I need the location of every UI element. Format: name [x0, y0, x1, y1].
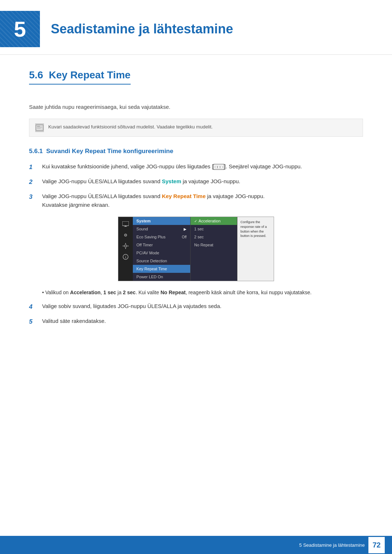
- note-text: Kuvari saadaolevad funktsioonid sõltuvad…: [48, 123, 213, 131]
- help-panel: Configure the response rate of a button …: [237, 217, 274, 281]
- screenshot-container: i System Sound▶ Eco Saving PlusOff Off T…: [29, 217, 363, 281]
- svg-rect-12: [125, 248, 126, 249]
- svg-text:i: i: [125, 255, 126, 259]
- system-menu-title: System: [133, 217, 190, 225]
- sub-item-acceleration: Acceleration: [191, 217, 237, 225]
- footer-text: 5 Seadistamine ja lähtestamine: [299, 542, 365, 548]
- svg-rect-14: [127, 246, 128, 246]
- chapter-number: 5: [0, 11, 40, 47]
- step-4: 4 Valige sobiv suvand, liigutades JOG-nu…: [29, 302, 363, 312]
- svg-rect-13: [123, 246, 124, 246]
- section-heading: 5.6 Key Repeat Time: [29, 69, 131, 85]
- menu-item-source: Source Detection: [133, 257, 190, 265]
- note-icon: [35, 123, 44, 132]
- sub-item-2sec: 2 sec: [191, 233, 237, 241]
- menu-item-timer: Off Timer: [133, 241, 190, 249]
- page-header: 5 Seadistamine ja lähtestamine: [0, 0, 392, 55]
- screenshot: i System Sound▶ Eco Saving PlusOff Off T…: [118, 217, 274, 281]
- icon-info: i: [121, 253, 130, 260]
- steps-list: 1 Kui kuvatakse funktsioonide juhend, va…: [29, 162, 363, 209]
- chapter-title: Seadistamine ja lähtestamine: [51, 21, 233, 37]
- step-5: 5 Valitud säte rakendatakse.: [29, 317, 363, 327]
- footer-page-number: 72: [368, 537, 385, 553]
- menu-item-keyrepeat: Key Repeat Time: [133, 265, 190, 273]
- svg-point-9: [125, 235, 126, 235]
- subsection-heading: 5.6.1 Suvandi Key Repeat Time konfiguree…: [29, 148, 363, 155]
- bullet-note: Valikud on Acceleration, 1 sec ja 2 sec.…: [42, 288, 363, 296]
- menu-item-eco: Eco Saving PlusOff: [133, 233, 190, 241]
- page-footer: 5 Seadistamine ja lähtestamine 72: [0, 536, 392, 554]
- steps-list-2: 4 Valige sobiv suvand, liigutades JOG-nu…: [29, 302, 363, 327]
- svg-rect-5: [122, 221, 129, 226]
- svg-point-10: [124, 245, 127, 247]
- svg-rect-3: [37, 127, 42, 127]
- menu-item-powerled: Power LED On: [133, 273, 190, 281]
- intro-text: Saate juhtida nupu reageerimisaega, kui …: [29, 103, 363, 111]
- svg-rect-2: [37, 126, 40, 127]
- icon-settings: [121, 231, 130, 239]
- svg-rect-11: [125, 243, 126, 244]
- sub-item-norepeat: No Repeat: [191, 241, 237, 249]
- sub-menu: Acceleration 1 sec 2 sec No Repeat: [191, 217, 237, 281]
- svg-rect-6: [125, 226, 126, 226]
- step-2: 2 Valige JOG-nuppu ÜLES/ALLA liigutades …: [29, 177, 363, 187]
- svg-rect-4: [37, 128, 41, 128]
- icon-monitor: [121, 221, 130, 228]
- system-menu: System Sound▶ Eco Saving PlusOff Off Tim…: [133, 217, 191, 281]
- menu-item-sound: Sound▶: [133, 225, 190, 233]
- note-box: Kuvari saadaolevad funktsioonid sõltuvad…: [29, 119, 363, 137]
- menu-item-pcav: PC/AV Mode: [133, 249, 190, 257]
- step-3: 3 Valige JOG-nuppu ÜLES/ALLA liigutades …: [29, 192, 363, 209]
- menu-sidebar: i: [118, 217, 133, 281]
- main-content: 5.6 Key Repeat Time Saate juhtida nupu r…: [0, 69, 392, 361]
- svg-rect-7: [124, 226, 127, 227]
- sub-item-1sec: 1 sec: [191, 225, 237, 233]
- icon-gear: [121, 242, 130, 250]
- step-1: 1 Kui kuvatakse funktsioonide juhend, va…: [29, 162, 363, 172]
